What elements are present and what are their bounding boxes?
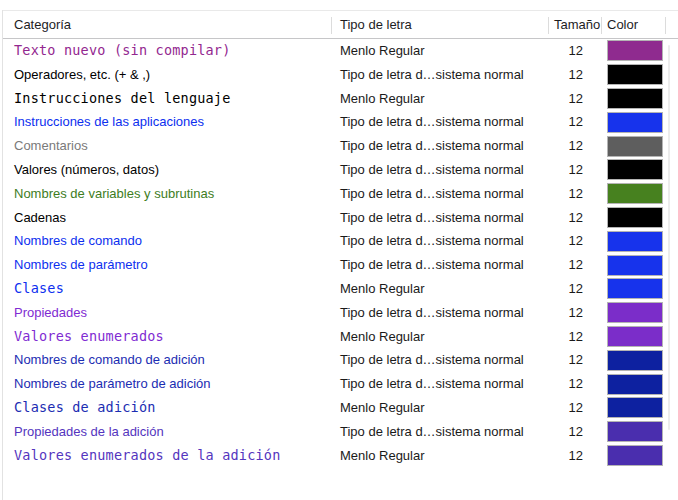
table-body: Texto nuevo (sin compilar) Menlo Regular… xyxy=(3,39,678,467)
size-value: 12 xyxy=(543,420,583,444)
font-label: Menlo Regular xyxy=(340,277,425,301)
table-row[interactable]: Nombres de comando Tipo de letra d…siste… xyxy=(3,229,678,253)
size-value: 12 xyxy=(543,325,583,349)
size-value: 12 xyxy=(543,348,583,372)
color-swatch[interactable] xyxy=(607,207,663,228)
table-header: Categoría Tipo de letra Tamaño Color xyxy=(3,10,678,39)
color-swatch[interactable] xyxy=(607,278,663,299)
size-value: 12 xyxy=(543,158,583,182)
column-divider xyxy=(601,17,602,34)
size-value: 12 xyxy=(543,277,583,301)
color-cell xyxy=(607,39,665,63)
size-value: 12 xyxy=(543,301,583,325)
color-cell xyxy=(607,134,665,158)
font-label: Menlo Regular xyxy=(340,396,425,420)
table-row[interactable]: Valores enumerados de la adición Menlo R… xyxy=(3,444,678,468)
font-label: Menlo Regular xyxy=(340,87,425,111)
category-label: Valores enumerados de la adición xyxy=(14,444,281,468)
category-label: Cadenas xyxy=(14,206,66,230)
font-label: Tipo de letra d…sistema normal xyxy=(340,63,524,87)
color-cell xyxy=(607,420,665,444)
table-row[interactable]: Propiedades Tipo de letra d…sistema norm… xyxy=(3,301,678,325)
color-cell xyxy=(607,110,665,134)
table-row[interactable]: Nombres de comando de adición Tipo de le… xyxy=(3,348,678,372)
color-swatch[interactable] xyxy=(607,326,663,347)
color-cell xyxy=(607,63,665,87)
color-cell xyxy=(607,87,665,111)
category-label: Clases xyxy=(14,277,64,301)
color-cell xyxy=(607,253,665,277)
column-header-color[interactable]: Color xyxy=(607,11,638,39)
color-swatch[interactable] xyxy=(607,136,663,157)
color-cell xyxy=(607,325,665,349)
color-swatch[interactable] xyxy=(607,421,663,442)
column-divider xyxy=(331,17,332,34)
vertical-scrollbar[interactable] xyxy=(668,45,670,430)
category-label: Nombres de parámetro de adición xyxy=(14,372,211,396)
size-value: 12 xyxy=(543,87,583,111)
color-cell xyxy=(607,229,665,253)
color-swatch[interactable] xyxy=(607,183,663,204)
color-swatch[interactable] xyxy=(607,397,663,418)
font-label: Tipo de letra d…sistema normal xyxy=(340,301,524,325)
font-label: Menlo Regular xyxy=(340,444,425,468)
size-value: 12 xyxy=(543,253,583,277)
color-cell xyxy=(607,158,665,182)
font-label: Tipo de letra d…sistema normal xyxy=(340,372,524,396)
category-label: Clases de adición xyxy=(14,396,156,420)
font-label: Tipo de letra d…sistema normal xyxy=(340,182,524,206)
column-header-size[interactable]: Tamaño xyxy=(554,11,600,39)
category-label: Instrucciones de las aplicaciones xyxy=(14,110,204,134)
font-label: Tipo de letra d…sistema normal xyxy=(340,420,524,444)
size-value: 12 xyxy=(543,444,583,468)
size-value: 12 xyxy=(543,63,583,87)
table-row[interactable]: Valores (números, datos) Tipo de letra d… xyxy=(3,158,678,182)
table-row[interactable]: Instrucciones de las aplicaciones Tipo d… xyxy=(3,110,678,134)
category-label: Texto nuevo (sin compilar) xyxy=(14,39,231,63)
category-label: Valores (números, datos) xyxy=(14,158,159,182)
category-label: Nombres de variables y subrutinas xyxy=(14,182,214,206)
color-cell xyxy=(607,277,665,301)
column-divider xyxy=(548,17,549,34)
font-label: Menlo Regular xyxy=(340,39,425,63)
table-row[interactable]: Clases de adición Menlo Regular 12 xyxy=(3,396,678,420)
syntax-color-table: Categoría Tipo de letra Tamaño Color Tex… xyxy=(3,10,678,467)
color-swatch[interactable] xyxy=(607,88,663,109)
size-value: 12 xyxy=(543,229,583,253)
color-swatch[interactable] xyxy=(607,445,663,466)
table-row[interactable]: Texto nuevo (sin compilar) Menlo Regular… xyxy=(3,39,678,63)
table-row[interactable]: Operadores, etc. (+ & ,) Tipo de letra d… xyxy=(3,63,678,87)
color-swatch[interactable] xyxy=(607,159,663,180)
color-cell xyxy=(607,372,665,396)
font-label: Tipo de letra d…sistema normal xyxy=(340,134,524,158)
category-label: Propiedades de la adición xyxy=(14,420,164,444)
color-swatch[interactable] xyxy=(607,302,663,323)
category-label: Propiedades xyxy=(14,301,87,325)
table-row[interactable]: Nombres de parámetro de adición Tipo de … xyxy=(3,372,678,396)
table-row[interactable]: Cadenas Tipo de letra d…sistema normal 1… xyxy=(3,206,678,230)
table-row[interactable]: Propiedades de la adición Tipo de letra … xyxy=(3,420,678,444)
color-swatch[interactable] xyxy=(607,40,663,61)
color-cell xyxy=(607,444,665,468)
table-row[interactable]: Comentarios Tipo de letra d…sistema norm… xyxy=(3,134,678,158)
table-row[interactable]: Nombres de variables y subrutinas Tipo d… xyxy=(3,182,678,206)
table-row[interactable]: Nombres de parámetro Tipo de letra d…sis… xyxy=(3,253,678,277)
color-swatch[interactable] xyxy=(607,255,663,276)
category-label: Nombres de parámetro xyxy=(14,253,148,277)
color-swatch[interactable] xyxy=(607,231,663,252)
color-swatch[interactable] xyxy=(607,64,663,85)
category-label: Nombres de comando de adición xyxy=(14,348,205,372)
category-label: Comentarios xyxy=(14,134,88,158)
color-swatch[interactable] xyxy=(607,350,663,371)
color-cell xyxy=(607,182,665,206)
table-row[interactable]: Instrucciones del lenguaje Menlo Regular… xyxy=(3,87,678,111)
table-row[interactable]: Clases Menlo Regular 12 xyxy=(3,277,678,301)
column-header-category[interactable]: Categoría xyxy=(14,11,71,39)
color-swatch[interactable] xyxy=(607,374,663,395)
column-header-font[interactable]: Tipo de letra xyxy=(340,11,412,39)
color-swatch[interactable] xyxy=(607,112,663,133)
size-value: 12 xyxy=(543,39,583,63)
font-label: Tipo de letra d…sistema normal xyxy=(340,253,524,277)
table-row[interactable]: Valores enumerados Menlo Regular 12 xyxy=(3,325,678,349)
column-divider xyxy=(665,17,666,34)
